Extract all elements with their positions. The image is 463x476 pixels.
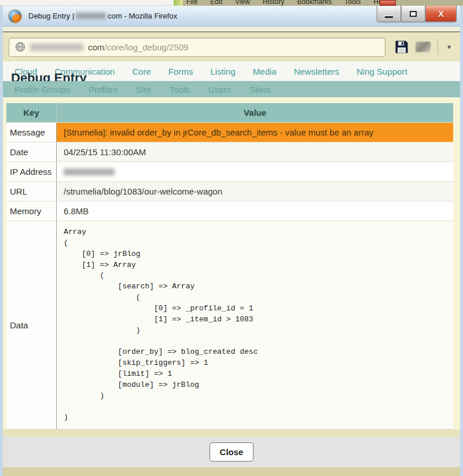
url-bar[interactable]: com/core/log_debug/2509 [9,38,385,57]
close-button[interactable]: Close [210,442,254,462]
bg-menu-history[interactable]: History [263,0,284,6]
window-controls: X [377,6,457,22]
url-path: /core/log_debug/2509 [104,42,188,52]
background-window-strip: File Edit View History Bookmarks Tools H… [0,0,463,6]
background-window-toolbar [0,0,174,6]
maximize-button[interactable] [401,6,425,22]
content-gap [3,97,460,103]
row-key-label: Data [6,221,57,429]
nav-item-users[interactable]: Users [208,85,231,94]
page-content: Cloud Communication Core Forms Listing M… [3,61,460,476]
key-column-header: Key [6,103,57,122]
redacted-ip-address [64,169,115,175]
bg-menu-edit[interactable]: Edit [210,0,222,6]
url-domain-suffix: com [88,42,104,52]
nav-item-forms[interactable]: Forms [168,67,193,76]
row-key-label: Date [6,142,57,162]
redacted-domain-url [30,43,83,51]
background-window-menubar: File Edit View History Bookmarks Tools H… [174,0,463,6]
background-close-button[interactable] [380,0,396,6]
debug-entry-table: Key Value Message [Strumelia]: invalid o… [6,103,453,430]
url-value: /strumelia/blog/1083/our-welcome-wagon [57,182,453,201]
minimize-button[interactable] [377,6,401,22]
save-icon[interactable] [395,40,409,54]
date-value: 04/25/15 11:30:00AM [57,142,453,162]
modal-footer: Close [3,437,460,467]
nav-item-tools[interactable]: Tools [170,85,190,94]
chevron-down-icon[interactable]: ▾ [445,43,453,51]
globe-icon [15,42,25,52]
firefox-window: Debug Entry | com - Mozilla Firefox X [0,6,463,476]
table-row-message: Message [Strumelia]: invalid order_by in… [6,123,453,142]
bottom-strip [3,467,460,476]
nav-item-ning-support[interactable]: Ning Support [357,67,407,76]
nav-item-profiles[interactable]: Profiles [89,85,117,94]
table-row-date: Date 04/25/15 11:30:00AM [6,142,453,162]
bg-menu-view[interactable]: View [235,0,250,6]
memory-value: 6.8MB [57,202,453,221]
bg-menu-bookmarks[interactable]: Bookmarks [297,0,332,6]
bg-menu-file[interactable]: File [186,0,197,6]
browser-toolbar: com/core/log_debug/2509 ▾ [3,32,460,61]
data-value: Array ( [0] => jrBlog [1] => Array ( [se… [57,221,453,429]
nav-item-profile-groups[interactable]: Profile Groups [14,85,70,94]
firefox-icon [9,10,21,23]
background-window-icon [174,0,183,6]
url-text: com/core/log_debug/2509 [88,42,188,52]
footer-top-strip [3,430,460,437]
table-row-data: Data Array ( [0] => jrBlog [1] => Array … [6,221,453,429]
minimize-icon [385,16,393,18]
window-title-prefix: Debug Entry | [28,12,74,20]
table-row-url: URL /strumelia/blog/1083/our-welcome-wag… [6,182,453,202]
row-key-label: Message [6,123,57,142]
row-key-label: Memory [6,202,57,221]
maximize-icon [410,11,417,17]
table-row-ip-address: IP Address [6,162,453,182]
message-value: [Strumelia]: invalid order_by in jrCore_… [57,123,453,142]
chrome-top-strip [3,27,460,31]
secondary-nav: Profile Groups Profiles Site Tools Users… [3,81,460,97]
value-column-header: Value [57,103,453,122]
nav-item-listing[interactable]: Listing [210,67,235,76]
addon-icon[interactable] [416,42,431,52]
nav-item-site[interactable]: Site [136,85,151,94]
nav-item-newsletters[interactable]: Newsletters [294,67,339,76]
table-header-row: Key Value [6,103,453,123]
nav-item-skins[interactable]: Skins [249,85,271,94]
ip-address-value [57,162,453,181]
table-row-memory: Memory 6.8MB [6,202,453,221]
nav-item-core[interactable]: Core [132,67,151,76]
bg-menu-tools[interactable]: Tools [344,0,361,6]
data-array-dump: Array ( [0] => jrBlog [1] => Array ( [se… [64,227,446,423]
row-key-label: IP Address [6,162,57,181]
window-title-suffix: com - Mozilla Firefox [108,12,177,20]
window-title: Debug Entry | com - Mozilla Firefox [28,12,177,20]
nav-item-media[interactable]: Media [253,67,277,76]
row-key-label: URL [6,182,57,201]
close-window-button[interactable]: X [425,6,457,22]
toolbar-separator [438,39,438,54]
redacted-domain-title [76,13,106,19]
titlebar[interactable]: Debug Entry | com - Mozilla Firefox X [3,6,460,27]
